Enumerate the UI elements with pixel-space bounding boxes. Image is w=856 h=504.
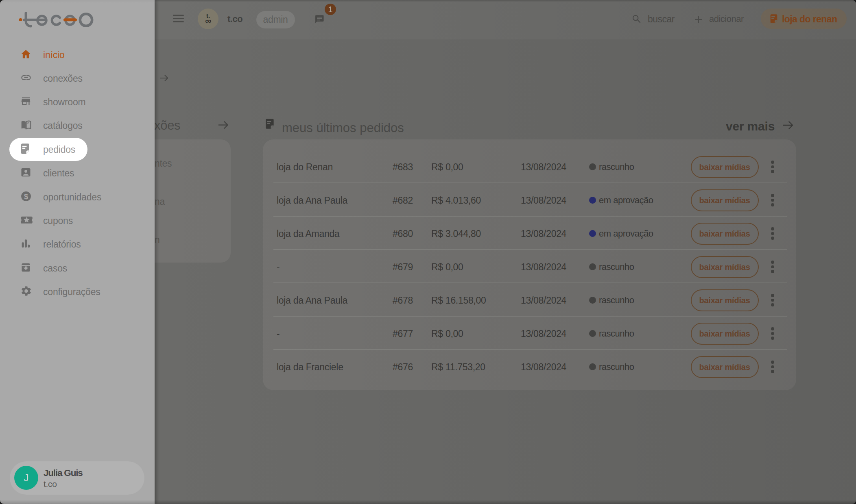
svg-text:$: $ xyxy=(24,192,28,200)
